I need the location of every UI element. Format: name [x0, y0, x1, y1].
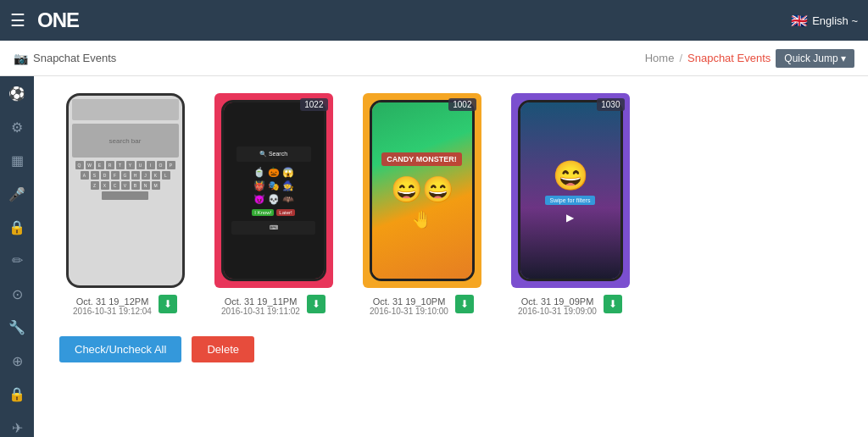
breadcrumb-page-title: Snapchat Events: [33, 52, 116, 64]
breadcrumb-current: Snapchat Events: [687, 52, 771, 64]
sidebar: ⚽ ⚙ ▦ 🎤 🔒 ✏ ⊙ 🔧 ⊕ 🔒 ✈: [0, 76, 34, 437]
card-woman: 1030 😄 Swipe for filters ▶ Oct. 31 19_09…: [504, 93, 636, 316]
breadcrumb-right: Home / Snapchat Events Quick Jump ▾: [645, 49, 854, 68]
card-timestamp-2: Oct. 31 19_11PM: [221, 296, 300, 307]
language-button[interactable]: 🇬🇧 English ~: [791, 13, 858, 29]
nav-left: ☰ ONE: [10, 8, 79, 32]
sidebar-icon-tools[interactable]: 🔧: [3, 318, 31, 336]
breadcrumb-home[interactable]: Home: [645, 52, 675, 64]
top-nav: ☰ ONE 🇬🇧 English ~: [0, 0, 868, 41]
sidebar-icon-send[interactable]: ✈: [3, 419, 31, 437]
sidebar-icon-soccer[interactable]: ⚽: [3, 85, 31, 102]
action-buttons: Check/Uncheck All Delete: [59, 336, 843, 362]
card-outdoor: 1002 CANDY MONSTER! 😄😄 🤚 Oct. 31 19_10PM…: [356, 93, 487, 316]
card-timestamp-3: Oct. 31 19_10PM: [370, 296, 448, 307]
sidebar-icon-settings[interactable]: ⚙: [3, 118, 31, 136]
card-timestamp-1: Oct. 31 19_12PM: [73, 296, 152, 307]
card-image-outdoor: 1002 CANDY MONSTER! 😄😄 🤚: [363, 93, 481, 288]
card-badge-4: 1030: [597, 98, 624, 111]
main-layout: ⚽ ⚙ ▦ 🎤 🔒 ✏ ⊙ 🔧 ⊕ 🔒 ✈ search bar: [0, 76, 868, 437]
card-keyboard: search bar QWE RTY UIO P ASD: [59, 93, 191, 316]
card-footer-4: Oct. 31 19_09PM 2016-10-31 19:09:00 ⬇: [518, 291, 622, 316]
card-image-woman: 1030 😄 Swipe for filters ▶: [511, 93, 630, 288]
flag-icon: 🇬🇧: [791, 13, 808, 29]
quick-jump-button[interactable]: Quick Jump ▾: [776, 49, 854, 68]
card-stickers: 1022 🔍 Search 🍵🎃😱 👹🎭🧙: [208, 93, 339, 316]
sidebar-icon-circle[interactable]: ⊙: [3, 285, 31, 303]
cards-grid: search bar QWE RTY UIO P ASD: [59, 93, 843, 316]
breadcrumb-left: 📷 Snapchat Events: [14, 52, 116, 65]
card-badge-3: 1002: [448, 98, 476, 111]
hamburger-icon[interactable]: ☰: [10, 10, 25, 30]
card-timestamp-4: Oct. 31 19_09PM: [518, 296, 597, 307]
check-uncheck-all-button[interactable]: Check/Uncheck All: [59, 336, 181, 362]
sidebar-icon-lock[interactable]: 🔒: [3, 218, 31, 236]
card-datetime-4: 2016-10-31 19:09:00: [518, 307, 597, 316]
download-button-3[interactable]: ⬇: [455, 295, 474, 313]
sidebar-icon-edit[interactable]: ✏: [3, 252, 31, 269]
download-button-2[interactable]: ⬇: [307, 295, 326, 313]
snapchat-icon: 📷: [14, 52, 28, 65]
download-button-1[interactable]: ⬇: [159, 295, 177, 313]
sidebar-icon-add[interactable]: ⊕: [3, 352, 31, 370]
card-datetime-3: 2016-10-31 19:10:00: [370, 307, 448, 316]
card-footer-1: Oct. 31 19_12PM 2016-10-31 19:12:04 ⬇: [73, 291, 177, 316]
sidebar-icon-lock2[interactable]: 🔒: [3, 385, 31, 403]
card-footer-3: Oct. 31 19_10PM 2016-10-31 19:10:00 ⬇: [370, 291, 474, 316]
sidebar-icon-grid[interactable]: ▦: [3, 152, 31, 169]
language-label: English ~: [812, 14, 858, 27]
card-datetime-2: 2016-10-31 19:11:02: [221, 307, 300, 316]
card-image-keyboard: search bar QWE RTY UIO P ASD: [66, 93, 185, 288]
breadcrumb-separator: /: [679, 52, 682, 64]
breadcrumb-bar: 📷 Snapchat Events Home / Snapchat Events…: [0, 41, 868, 76]
download-button-4[interactable]: ⬇: [604, 295, 622, 313]
card-badge-2: 1022: [300, 98, 327, 111]
card-image-stickers: 1022 🔍 Search 🍵🎃😱 👹🎭🧙: [214, 93, 333, 288]
delete-button[interactable]: Delete: [192, 336, 254, 362]
logo: ONE: [37, 8, 79, 32]
card-datetime-1: 2016-10-31 19:12:04: [73, 307, 152, 316]
content-area: search bar QWE RTY UIO P ASD: [34, 76, 868, 437]
card-footer-2: Oct. 31 19_11PM 2016-10-31 19:11:02 ⬇: [221, 291, 326, 316]
sidebar-icon-mic[interactable]: 🎤: [3, 185, 31, 202]
